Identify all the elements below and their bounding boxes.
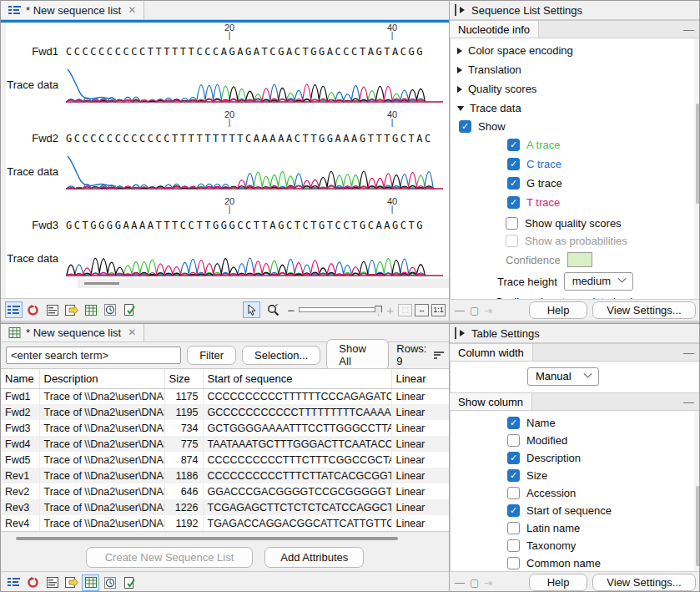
collapse-section-icon[interactable]: — bbox=[683, 396, 700, 408]
column-toggle-row: Common name bbox=[451, 554, 700, 571]
collapse-section-icon[interactable]: — bbox=[683, 23, 700, 36]
a-trace-checkbox[interactable] bbox=[507, 139, 520, 151]
cursor-tool-button[interactable] bbox=[243, 301, 260, 318]
tree-trace-data[interactable]: Trace data bbox=[451, 99, 700, 118]
column-width-dropdown[interactable]: Manual bbox=[527, 367, 599, 386]
col-header-description[interactable]: Description bbox=[39, 369, 164, 389]
table-view-button[interactable] bbox=[82, 574, 99, 591]
minimize-panel-icon[interactable]: — bbox=[455, 577, 465, 589]
history-view-button[interactable] bbox=[101, 574, 118, 591]
dock-panel-icon[interactable]: ⇥ bbox=[484, 305, 492, 316]
col-header-size[interactable]: Size bbox=[164, 369, 203, 389]
element-info-button[interactable] bbox=[120, 574, 138, 591]
zoom-tool-button[interactable] bbox=[264, 301, 282, 318]
accession-checkbox[interactable] bbox=[507, 487, 520, 499]
table-view-button[interactable] bbox=[82, 301, 99, 318]
table-row[interactable]: Rev1Trace of \\Dna2\user\DNAS...1186CCCC… bbox=[1, 468, 449, 483]
table-row[interactable]: Rev4Trace of \\Dna2\user\DNAS...1192TGAG… bbox=[1, 515, 449, 531]
minimize-panel-icon[interactable]: — bbox=[455, 305, 465, 316]
list-view-button[interactable] bbox=[5, 574, 23, 591]
history-view-button[interactable] bbox=[101, 301, 118, 318]
zoom-in-icon[interactable]: + bbox=[385, 303, 395, 317]
table-row[interactable]: Rev2Trace of \\Dna2\user\DNAS...646GGACC… bbox=[1, 483, 449, 499]
table-row[interactable]: Fwd1Trace of \\Dna2\user\DNAS...1175CCCC… bbox=[1, 388, 449, 404]
confidence-color-swatch[interactable] bbox=[567, 252, 592, 267]
export-view-button[interactable] bbox=[63, 301, 80, 318]
help-button[interactable]: Help bbox=[529, 301, 587, 319]
trace-display-area[interactable]: 20| 40| Fwd1 CCCCCCCCCCTTTTTTCCCAGAGATCG… bbox=[1, 23, 449, 298]
table-cell: GGACCCGACGGGGTCCGCGGGGGTAACCGCCC... bbox=[203, 483, 391, 499]
size-checkbox[interactable] bbox=[507, 469, 520, 482]
collapse-section-icon[interactable]: — bbox=[683, 347, 700, 359]
selection-button[interactable]: Selection... bbox=[242, 346, 320, 365]
show-checkbox[interactable] bbox=[459, 120, 471, 133]
element-info-button[interactable] bbox=[120, 301, 138, 318]
filter-button[interactable]: Filter bbox=[187, 346, 236, 365]
tab-close-icon[interactable]: ✕ bbox=[128, 4, 136, 16]
col-header-linear[interactable]: Linear bbox=[391, 369, 449, 389]
column-width-section[interactable]: Column width — bbox=[450, 343, 700, 362]
taxonomy-checkbox[interactable] bbox=[507, 539, 520, 552]
table-cell: 1195 bbox=[164, 404, 203, 420]
start-of-sequence-checkbox[interactable] bbox=[507, 504, 520, 517]
table-row[interactable]: Fwd3Trace of \\Dna2\user\DNAS...734GCTGG… bbox=[1, 420, 449, 436]
show-column-section[interactable]: Show column — bbox=[450, 392, 700, 411]
zoom-out-icon[interactable]: − bbox=[285, 303, 296, 317]
sequence-settings-header[interactable]: Sequence List Settings bbox=[450, 1, 700, 20]
table-row[interactable]: Fwd5Trace of \\Dna2\user\DNAS...874CCCCC… bbox=[1, 452, 449, 468]
search-input[interactable] bbox=[6, 347, 181, 364]
zoom-slider[interactable] bbox=[299, 307, 382, 312]
dock-panel-icon[interactable]: ⇥ bbox=[484, 577, 492, 589]
column-toggle-row: Modified bbox=[451, 432, 700, 449]
table-row[interactable]: Fwd2Trace of \\Dna2\user\DNAS...1195GCCC… bbox=[1, 404, 449, 420]
nucleotide-info-section[interactable]: Nucleotide info — bbox=[450, 20, 700, 38]
table-row[interactable]: Rev3Trace of \\Dna2\user\DNAS...1226TCGA… bbox=[1, 499, 449, 515]
text-view-button[interactable] bbox=[43, 574, 61, 591]
show-quality-scores-checkbox[interactable] bbox=[506, 217, 518, 230]
t-trace-checkbox[interactable] bbox=[507, 196, 520, 209]
col-header-name[interactable]: Name bbox=[1, 369, 39, 389]
list-view-button[interactable] bbox=[5, 301, 23, 318]
table-settings-header[interactable]: Table Settings bbox=[450, 324, 700, 343]
name-checkbox[interactable] bbox=[507, 417, 520, 429]
view-settings-button[interactable]: View Settings... bbox=[592, 574, 696, 591]
latin-name-checkbox[interactable] bbox=[507, 522, 520, 534]
float-panel-icon[interactable]: ▢ bbox=[470, 305, 479, 316]
zoom-selection-button[interactable]: ⬚ bbox=[398, 304, 412, 316]
add-attributes-button[interactable]: Add Attributes bbox=[264, 547, 364, 568]
export-view-button[interactable] bbox=[63, 574, 80, 591]
tree-color-space-encoding[interactable]: Color space encoding bbox=[451, 41, 700, 60]
zoom-slider-thumb[interactable] bbox=[375, 306, 382, 316]
tree-quality-scores[interactable]: Quality scores bbox=[451, 79, 700, 99]
circular-view-button[interactable] bbox=[24, 301, 42, 318]
ruler-tick: 20| bbox=[224, 196, 234, 213]
panel-scrollbar[interactable] bbox=[694, 411, 700, 571]
tree-translation[interactable]: Translation bbox=[451, 60, 700, 79]
description-checkbox[interactable] bbox=[507, 452, 520, 464]
panel-scrollbar[interactable] bbox=[694, 38, 700, 299]
common-name-checkbox[interactable] bbox=[507, 557, 520, 569]
show-all-button[interactable]: Show All bbox=[326, 339, 389, 371]
tab-close-icon[interactable]: ✕ bbox=[128, 326, 136, 338]
column-toggle-row: Size bbox=[451, 467, 700, 484]
table-row[interactable]: Fwd4Trace of \\Dna2\user\DNAS...775TAATA… bbox=[1, 436, 449, 452]
filter-funnel-icon[interactable] bbox=[434, 350, 444, 360]
circular-view-button[interactable] bbox=[24, 574, 42, 591]
tab-sequence-list[interactable]: * New sequence list ✕ bbox=[1, 1, 144, 19]
create-new-sequence-list-button[interactable]: Create New Sequence List bbox=[86, 547, 254, 568]
table-h-scrollbar[interactable] bbox=[4, 534, 446, 543]
modified-checkbox[interactable] bbox=[507, 434, 520, 447]
float-panel-icon[interactable]: ▢ bbox=[470, 577, 479, 589]
trace-h-scrollbar[interactable] bbox=[78, 279, 449, 288]
tab-sequence-table[interactable]: * New sequence list ✕ bbox=[1, 324, 144, 342]
trace-height-dropdown[interactable]: medium bbox=[564, 272, 633, 291]
col-header-start-of-sequence[interactable]: Start of sequence bbox=[203, 369, 391, 389]
show-as-probabilities-checkbox[interactable] bbox=[506, 235, 518, 247]
text-view-button[interactable] bbox=[43, 301, 61, 318]
g-trace-checkbox[interactable] bbox=[507, 177, 520, 190]
view-settings-button[interactable]: View Settings... bbox=[592, 301, 696, 319]
fit-width-button[interactable]: ↔ bbox=[415, 304, 429, 316]
help-button[interactable]: Help bbox=[529, 574, 587, 591]
zoom-100-button[interactable]: 1:1 bbox=[431, 304, 446, 316]
c-trace-checkbox[interactable] bbox=[507, 158, 520, 170]
